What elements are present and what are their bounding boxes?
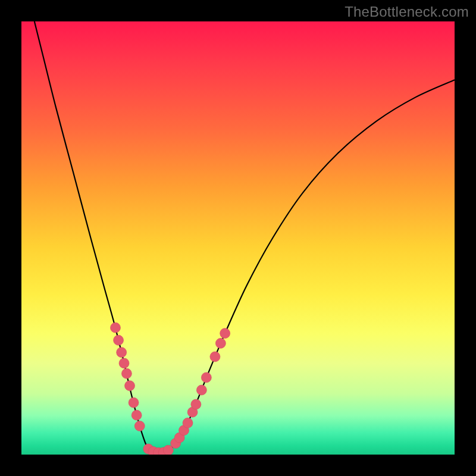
data-marker — [131, 410, 142, 420]
data-marker — [210, 352, 220, 362]
data-marker — [134, 421, 145, 431]
data-marker — [129, 397, 139, 408]
plot-area — [21, 21, 455, 455]
data-marker — [191, 399, 201, 409]
watermark-label: TheBottleneck.com — [345, 4, 469, 20]
bottleneck-curve — [35, 21, 455, 453]
data-marker — [110, 322, 120, 333]
data-marker — [119, 358, 129, 368]
data-marker — [201, 372, 211, 383]
data-marker — [215, 338, 226, 348]
chart-frame: TheBottleneck.com — [0, 0, 476, 476]
data-marker — [220, 328, 230, 339]
data-marker — [125, 381, 135, 391]
data-marker — [114, 335, 124, 345]
data-marker — [183, 418, 193, 428]
data-marker — [117, 347, 127, 358]
data-marker — [121, 368, 131, 378]
data-marker — [196, 385, 206, 395]
data-markers — [110, 322, 230, 455]
bottleneck-curve-svg — [21, 21, 455, 455]
